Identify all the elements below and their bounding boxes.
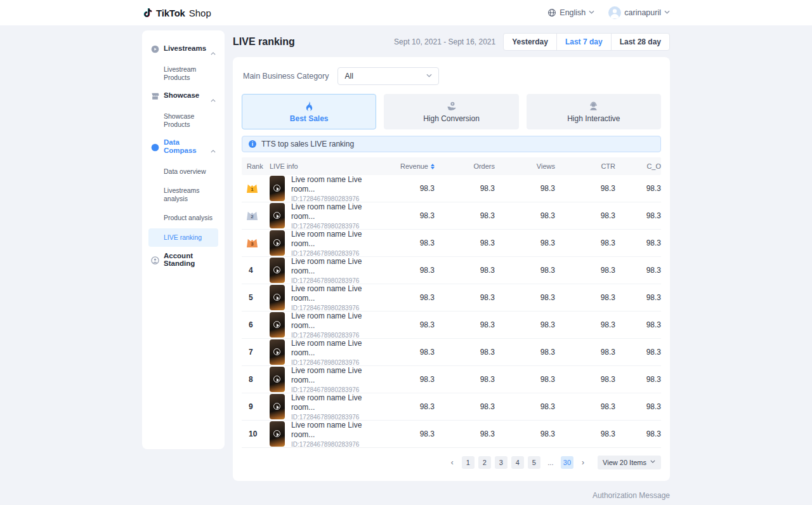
live-room-id: ID:17284678980283976 <box>291 277 374 284</box>
orders-value: 98.3 <box>435 375 495 384</box>
authorization-message-link[interactable]: Authorization Message <box>593 491 670 500</box>
column-live-info[interactable]: LIVE info <box>268 162 374 170</box>
page-button-30[interactable]: 30 <box>561 456 573 469</box>
sidebar-item-livestreams-analysis[interactable]: Livestreams analysis <box>148 181 218 207</box>
views-value: 98.3 <box>495 375 555 384</box>
table-row[interactable]: 1 Live room name Live room... ID:1728467… <box>242 175 661 202</box>
tab-best-sales[interactable]: Best Sales <box>242 94 376 129</box>
live-thumbnail[interactable] <box>270 203 285 228</box>
category-select-value: All <box>344 72 353 81</box>
sidebar-item-livestream-products[interactable]: Livestream Products <box>148 60 218 86</box>
live-thumbnail[interactable] <box>270 421 285 447</box>
table-row[interactable]: 2 Live room name Live room... ID:1728467… <box>242 202 661 230</box>
ctr-value: 98.3 <box>555 211 615 220</box>
views-value: 98.3 <box>495 402 555 411</box>
table-row[interactable]: 8 Live room name Live room... ID:1728467… <box>242 366 661 393</box>
table-row[interactable]: 5 Live room name Live room... ID:1728467… <box>242 284 661 312</box>
play-icon <box>273 348 280 355</box>
rank-number: 8 <box>247 375 253 384</box>
rank-number: 5 <box>247 293 253 302</box>
table-row[interactable]: 10 Live room name Live room... ID:172846… <box>242 421 661 448</box>
table-row[interactable]: 6 Live room name Live room... ID:1728467… <box>242 312 661 339</box>
live-room-id: ID:17284678980283976 <box>291 195 374 202</box>
live-room-title: Live room name Live room... <box>291 284 374 303</box>
sidebar-section-account-standing[interactable]: Account Standing <box>148 248 218 272</box>
category-select[interactable]: All <box>337 67 439 85</box>
live-room-title: Live room name Live room... <box>291 366 374 385</box>
column-views[interactable]: Views <box>495 162 555 170</box>
sidebar-section-data-compass[interactable]: Data Compass <box>148 134 218 158</box>
info-banner: i TTS top sales LIVE ranking <box>242 136 661 152</box>
range-button-last-28-day[interactable]: Last 28 day <box>611 33 670 51</box>
live-thumbnail[interactable] <box>270 339 285 365</box>
tiktok-shop-logo[interactable]: TikTok Shop <box>142 7 211 18</box>
orders-value: 98.3 <box>435 266 495 275</box>
live-thumbnail[interactable] <box>270 394 285 419</box>
sidebar-item-data-overview[interactable]: Data overview <box>148 162 218 181</box>
live-thumbnail[interactable] <box>270 367 285 392</box>
table-row[interactable]: 7 Live room name Live room... ID:1728467… <box>242 339 661 366</box>
views-value: 98.3 <box>495 184 555 193</box>
sidebar-section-label: Account Standing <box>164 252 216 268</box>
sidebar-section-livestreams[interactable]: Livestreams <box>148 41 218 56</box>
table-row[interactable]: 3 Live room name Live room... ID:1728467… <box>242 230 661 257</box>
sidebar-section-label: Showcase <box>164 91 206 100</box>
sidebar-item-live-ranking[interactable]: LIVE ranking <box>148 228 218 247</box>
tab-label: High Interactive <box>567 114 620 123</box>
sidebar-section-label: Livestreams <box>164 44 206 53</box>
main-card: Main Business Category All Best SalesHig… <box>233 57 670 481</box>
column-ctr[interactable]: CTR <box>555 162 615 170</box>
tab-high-interactive[interactable]: High Interactive <box>527 94 661 129</box>
language-selector[interactable]: English <box>547 8 594 17</box>
page-ellipsis: ... <box>544 456 557 469</box>
live-room-title: Live room name Live room... <box>291 312 374 331</box>
live-thumbnail[interactable] <box>270 285 285 310</box>
page-button-2[interactable]: 2 <box>478 456 491 469</box>
range-button-yesterday[interactable]: Yesterday <box>503 33 557 51</box>
live-thumbnail[interactable] <box>270 312 285 338</box>
sidebar-item-showcase-products[interactable]: Showcase Products <box>148 107 218 133</box>
page-button-4[interactable]: 4 <box>511 456 524 469</box>
revenue-value: 98.3 <box>374 239 435 247</box>
column-orders[interactable]: Orders <box>435 162 495 170</box>
range-button-last-7-day[interactable]: Last 7 day <box>556 33 612 51</box>
live-room-id: ID:17284678980283976 <box>291 223 374 230</box>
views-value: 98.3 <box>495 320 555 329</box>
sidebar-section-showcase[interactable]: Showcase <box>148 88 218 103</box>
live-thumbnail[interactable] <box>270 230 285 256</box>
c-o-value: 98.3 <box>615 375 661 384</box>
revenue-value: 98.3 <box>374 348 435 357</box>
ctr-value: 98.3 <box>555 375 615 384</box>
live-thumbnail[interactable] <box>270 258 285 283</box>
live-thumbnail[interactable] <box>270 176 285 201</box>
page-button-1[interactable]: 1 <box>462 456 475 469</box>
table-row[interactable]: 4 Live room name Live room... ID:1728467… <box>242 257 661 284</box>
table-body: 1 Live room name Live room... ID:1728467… <box>242 175 661 448</box>
chevron-right-icon[interactable]: › <box>577 456 589 469</box>
c-o-value: 98.3 <box>615 184 661 193</box>
view-items-select[interactable]: View 20 Items <box>598 456 661 469</box>
tab-high-conversion[interactable]: High Conversion <box>384 94 518 129</box>
c-o-value: 98.3 <box>615 320 661 329</box>
language-label: English <box>560 8 586 17</box>
c-o-value: 98.3 <box>615 430 661 438</box>
views-value: 98.3 <box>495 239 555 247</box>
rank-badge-bronze: 3 <box>247 239 258 247</box>
column-c-o[interactable]: C_O <box>615 162 661 170</box>
chevron-down-icon <box>426 74 432 79</box>
column-rank[interactable]: Rank <box>242 162 268 170</box>
play-icon <box>273 403 280 410</box>
live-room-id: ID:17284678980283976 <box>291 386 374 393</box>
ctr-value: 98.3 <box>555 402 615 411</box>
views-value: 98.3 <box>495 293 555 302</box>
column-revenue[interactable]: Revenue <box>374 162 435 170</box>
rank-cell: 1 <box>242 184 268 193</box>
page-button-5[interactable]: 5 <box>528 456 540 469</box>
table-row[interactable]: 9 Live room name Live room... ID:1728467… <box>242 393 661 421</box>
live-room-title: Live room name Live room... <box>291 202 374 221</box>
chevron-left-icon[interactable]: ‹ <box>447 456 458 469</box>
sidebar-item-product-analysis[interactable]: Product analysis <box>148 209 218 227</box>
chevron-up-icon <box>211 144 216 149</box>
user-menu[interactable]: carinapuril <box>608 6 670 19</box>
page-button-3[interactable]: 3 <box>495 456 508 469</box>
